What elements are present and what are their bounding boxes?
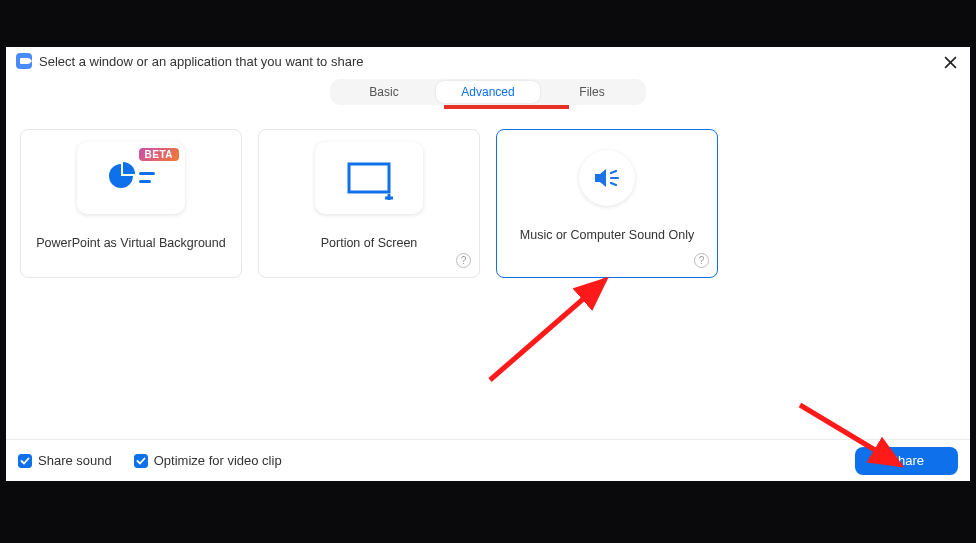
tabs-container: Basic Advanced Files bbox=[6, 79, 970, 105]
share-screen-dialog: Select a window or an application that y… bbox=[6, 47, 970, 481]
tab-advanced[interactable]: Advanced bbox=[436, 81, 540, 103]
svg-line-7 bbox=[611, 183, 616, 185]
checkbox-share-sound[interactable]: Share sound bbox=[18, 453, 112, 468]
beta-badge: BETA bbox=[139, 148, 179, 161]
close-button[interactable] bbox=[938, 50, 962, 74]
svg-rect-1 bbox=[139, 180, 151, 183]
dialog-header: Select a window or an application that y… bbox=[6, 47, 970, 75]
option-label: Portion of Screen bbox=[321, 236, 418, 250]
svg-rect-0 bbox=[139, 172, 155, 175]
help-icon[interactable]: ? bbox=[456, 253, 471, 268]
tab-basic[interactable]: Basic bbox=[332, 81, 436, 103]
option-music-computer-sound[interactable]: Music or Computer Sound Only ? bbox=[496, 129, 718, 278]
annotation-underline bbox=[444, 105, 569, 109]
checkbox-icon bbox=[134, 454, 148, 468]
checkbox-optimize-video[interactable]: Optimize for video clip bbox=[134, 453, 282, 468]
help-icon[interactable]: ? bbox=[694, 253, 709, 268]
svg-line-5 bbox=[611, 171, 616, 173]
option-portion-of-screen[interactable]: Portion of Screen ? bbox=[258, 129, 480, 278]
dialog-footer: Share sound Optimize for video clip Shar… bbox=[6, 439, 970, 481]
option-visual bbox=[315, 142, 423, 214]
dialog-title: Select a window or an application that y… bbox=[39, 54, 363, 69]
tab-files[interactable]: Files bbox=[540, 81, 644, 103]
checkbox-icon bbox=[18, 454, 32, 468]
option-visual: BETA bbox=[77, 142, 185, 214]
footer-options: Share sound Optimize for video clip bbox=[18, 453, 282, 468]
option-label: Music or Computer Sound Only bbox=[520, 228, 694, 242]
option-powerpoint-virtual-bg[interactable]: BETA PowerPoint as Virtual Background bbox=[20, 129, 242, 278]
share-button[interactable]: Share bbox=[855, 447, 958, 475]
options-row: BETA PowerPoint as Virtual Background bbox=[6, 105, 970, 278]
checkbox-label: Optimize for video clip bbox=[154, 453, 282, 468]
option-label: PowerPoint as Virtual Background bbox=[36, 236, 225, 250]
sound-icon bbox=[591, 162, 623, 194]
tabs: Basic Advanced Files bbox=[330, 79, 646, 105]
portion-icon bbox=[339, 156, 399, 200]
powerpoint-icon bbox=[101, 158, 161, 198]
close-icon bbox=[944, 56, 957, 69]
zoom-logo-icon bbox=[16, 53, 32, 69]
checkbox-label: Share sound bbox=[38, 453, 112, 468]
svg-rect-2 bbox=[349, 164, 389, 192]
option-visual bbox=[579, 150, 635, 206]
